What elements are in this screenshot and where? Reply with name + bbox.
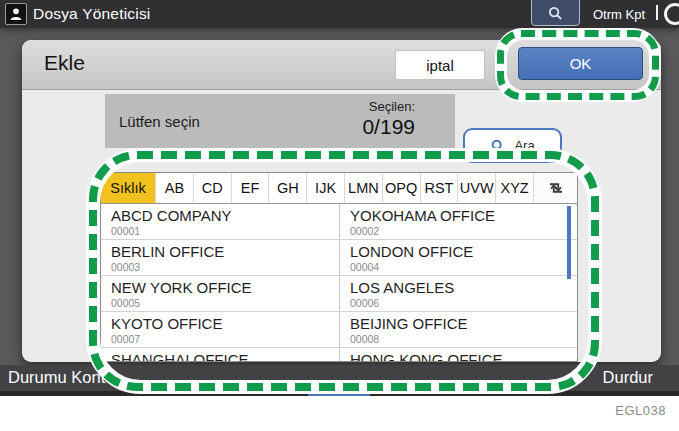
logout-button[interactable]: Otrm Kpt <box>593 7 645 22</box>
contact-cell[interactable]: ABCD COMPANY00001 <box>101 204 339 239</box>
figure-code: EGL038 <box>615 403 666 418</box>
contact-cell[interactable]: YOKOHAMA OFFICE00002 <box>339 204 577 239</box>
contact-code: 00004 <box>350 261 577 273</box>
search-icon <box>490 138 506 154</box>
tab-uvw[interactable]: UVW <box>457 173 495 203</box>
header-divider <box>656 5 658 20</box>
contact-code: 00001 <box>111 225 339 237</box>
tab-strip: SıklıkABCDEFGHIJKLMNOPQRSTUVWXYZ <box>101 173 533 203</box>
tab-cd[interactable]: CD <box>193 173 231 203</box>
tab-bar: SıklıkABCDEFGHIJKLMNOPQRSTUVWXYZ <box>101 173 577 204</box>
contact-name: ABCD COMPANY <box>111 208 339 224</box>
search-button[interactable]: Ara <box>463 128 562 163</box>
bottom-strip <box>0 391 679 396</box>
tab-lmn[interactable]: LMN <box>344 173 382 203</box>
contact-name: YOKOHAMA OFFICE <box>350 208 577 224</box>
dialog-title: Ekle <box>44 51 85 75</box>
prompt-text: Lütfen seçin <box>119 113 200 130</box>
contact-name: HONG KONG OFFICE <box>350 352 577 362</box>
figure-canvas: Dosya Yöneticisi Otrm Kpt Ekle iptal OK … <box>0 0 679 431</box>
tab-ab[interactable]: AB <box>155 173 193 203</box>
tab-ef[interactable]: EF <box>231 173 269 203</box>
contact-code: 00002 <box>350 225 577 237</box>
add-dialog: Ekle iptal OK Lütfen seçin Seçilen: 0/19… <box>22 40 661 362</box>
contact-name: BERLIN OFFICE <box>111 244 339 260</box>
selection-info-bar: Lütfen seçin Seçilen: 0/199 <box>105 94 455 148</box>
address-list-panel: SıklıkABCDEFGHIJKLMNOPQRSTUVWXYZ ABCD CO… <box>100 172 578 362</box>
contact-cell[interactable]: LOS ANGELES00006 <box>339 276 577 311</box>
tab-opq[interactable]: OPQ <box>382 173 420 203</box>
tab-gh[interactable]: GH <box>268 173 306 203</box>
contact-row: NEW YORK OFFICE00005LOS ANGELES00006 <box>101 276 577 312</box>
contact-name: KYOTO OFFICE <box>111 316 339 332</box>
contact-name: BEIJING OFFICE <box>350 316 577 332</box>
device-screen: Dosya Yöneticisi Otrm Kpt Ekle iptal OK … <box>0 0 679 396</box>
search-button-label: Ara <box>514 138 534 153</box>
app-title: Dosya Yöneticisi <box>33 5 151 23</box>
contact-name: NEW YORK OFFICE <box>111 280 339 296</box>
contact-cell[interactable]: LONDON OFFICE00004 <box>339 240 577 275</box>
contact-cell[interactable]: HONG KONG OFFICE <box>339 348 577 362</box>
swap-order-icon <box>546 179 566 197</box>
contact-name: SHANGHAI OFFICE <box>111 352 339 362</box>
contact-row: SHANGHAI OFFICEHONG KONG OFFICE <box>101 348 577 362</box>
contact-code: 00007 <box>111 333 339 345</box>
contact-cell[interactable]: NEW YORK OFFICE00005 <box>101 276 339 311</box>
contact-name: LOS ANGELES <box>350 280 577 296</box>
tab-sıklık[interactable]: Sıklık <box>101 173 155 203</box>
contact-code: 00005 <box>111 297 339 309</box>
scrollbar-thumb[interactable] <box>567 206 571 279</box>
contact-cell[interactable]: KYOTO OFFICE00007 <box>101 312 339 347</box>
check-status-button[interactable]: Durumu Kont <box>8 368 105 387</box>
stop-button[interactable]: Durdur <box>603 368 653 387</box>
ok-button[interactable]: OK <box>518 47 643 80</box>
contact-cell[interactable]: BEIJING OFFICE00008 <box>339 312 577 347</box>
tab-xyz[interactable]: XYZ <box>495 173 533 203</box>
home-indicator[interactable] <box>308 391 370 396</box>
tab-ijk[interactable]: IJK <box>306 173 344 203</box>
selected-label: Seçilen: <box>369 99 415 114</box>
bottom-bar: Durumu Kont Durdur <box>0 365 679 391</box>
contact-cell[interactable]: BERLIN OFFICE00003 <box>101 240 339 275</box>
contact-code: 00006 <box>350 297 577 309</box>
cancel-button[interactable]: iptal <box>395 50 485 80</box>
contact-code: 00008 <box>350 333 577 345</box>
contact-row: KYOTO OFFICE00007BEIJING OFFICE00008 <box>101 312 577 348</box>
search-icon <box>547 5 564 22</box>
contact-name: LONDON OFFICE <box>350 244 577 260</box>
contact-code: 00003 <box>111 261 339 273</box>
contact-list: ABCD COMPANY00001YOKOHAMA OFFICE00002BER… <box>101 204 577 362</box>
swap-order-button[interactable] <box>533 173 577 203</box>
user-icon[interactable] <box>5 3 27 25</box>
partial-circle-icon <box>664 3 679 25</box>
selected-count: 0/199 <box>362 115 415 139</box>
top-bar: Dosya Yöneticisi Otrm Kpt <box>0 0 679 28</box>
tab-rst[interactable]: RST <box>420 173 458 203</box>
contact-row: BERLIN OFFICE00003LONDON OFFICE00004 <box>101 240 577 276</box>
contact-cell[interactable]: SHANGHAI OFFICE <box>101 348 339 362</box>
dialog-header: Ekle iptal OK <box>22 40 661 90</box>
contact-row: ABCD COMPANY00001YOKOHAMA OFFICE00002 <box>101 204 577 240</box>
header-search-button[interactable] <box>531 0 580 26</box>
